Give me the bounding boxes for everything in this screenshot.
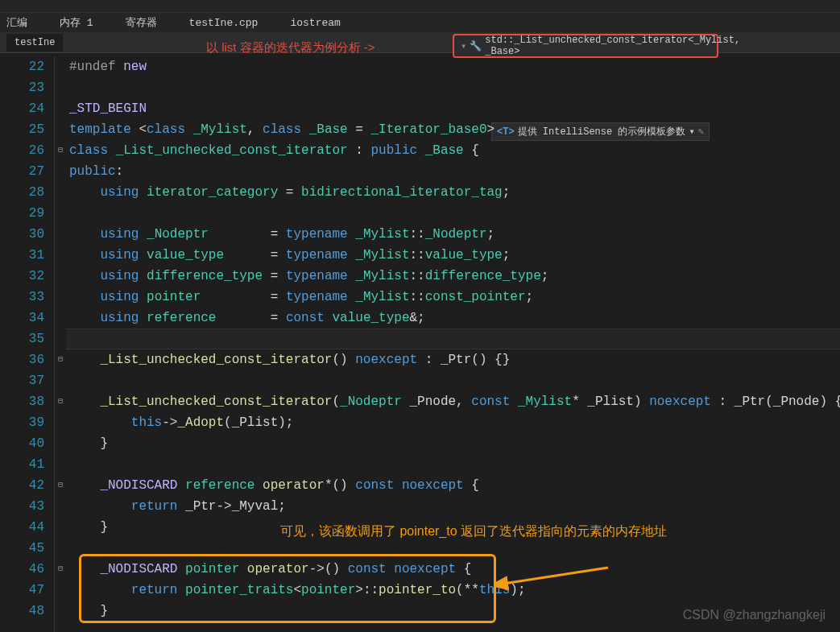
line-number: 35: [0, 328, 44, 349]
line-number: 45: [0, 538, 44, 559]
fold-toggle: [55, 119, 66, 140]
code-line[interactable]: return _Ptr->_Myval;: [69, 496, 840, 517]
line-number: 24: [0, 98, 44, 119]
line-number: 30: [0, 224, 44, 245]
watermark: CSDN @zhangzhangkeji: [683, 608, 826, 622]
fold-toggle: [55, 496, 66, 517]
fold-toggle: [55, 433, 66, 454]
fold-toggle[interactable]: ⊟: [55, 391, 66, 412]
code-line[interactable]: using iterator_category = bidirectional_…: [69, 182, 840, 203]
line-number-gutter: 2223242526272829303132333435363738394041…: [0, 56, 55, 632]
toolbar-item[interactable]: iostream: [290, 17, 340, 29]
fold-toggle: [55, 266, 66, 287]
code-line[interactable]: using difference_type = typename _Mylist…: [69, 266, 840, 287]
code-line[interactable]: [69, 328, 840, 349]
line-number: 34: [0, 308, 44, 328]
chevron-down-icon: ▾: [461, 40, 466, 52]
line-number: 33: [0, 287, 44, 308]
fold-toggle: [55, 56, 66, 77]
editor: 2223242526272829303132333435363738394041…: [0, 56, 840, 632]
line-number: 22: [0, 56, 44, 77]
line-number: 41: [0, 454, 44, 475]
toolbar-item[interactable]: 寄存器: [126, 15, 157, 30]
fold-toggle: [55, 245, 66, 266]
code-line[interactable]: public:: [69, 161, 840, 182]
highlight-box: [79, 554, 496, 623]
code-line[interactable]: using reference = const value_type&;: [69, 308, 840, 328]
line-number: 39: [0, 412, 44, 433]
toolbar-item[interactable]: 内存 1: [60, 15, 93, 30]
line-number: 29: [0, 203, 44, 224]
code-area[interactable]: #undef new_STD_BEGINtemplate <class _Myl…: [66, 56, 840, 632]
fold-toggle: [55, 161, 66, 182]
code-line[interactable]: using pointer = typename _Mylist::const_…: [69, 287, 840, 308]
line-number: 37: [0, 370, 44, 391]
line-number: 26: [0, 140, 44, 161]
code-line[interactable]: using _Nodeptr = typename _Mylist::_Node…: [69, 224, 840, 245]
breadcrumb-text: std::_List_unchecked_const_iterator<_Myl…: [485, 35, 740, 57]
wrench-icon: 🔧: [470, 40, 482, 52]
line-number: 32: [0, 266, 44, 287]
line-number: 38: [0, 391, 44, 412]
fold-toggle: [55, 98, 66, 119]
fold-toggle: [55, 601, 66, 622]
fold-toggle: [55, 412, 66, 433]
fold-toggle: [55, 454, 66, 475]
toolbar-item[interactable]: 汇编: [6, 15, 27, 30]
line-number: 28: [0, 182, 44, 203]
toolbar-item[interactable]: testIne.cpp: [189, 17, 259, 29]
code-line[interactable]: [69, 77, 840, 98]
code-line[interactable]: this->_Adopt(_Plist);: [69, 412, 840, 433]
toolbar: 汇编 内存 1 寄存器 testIne.cpp iostream: [0, 13, 840, 32]
code-line[interactable]: [69, 370, 840, 391]
line-number: 40: [0, 433, 44, 454]
fold-toggle: [55, 287, 66, 308]
annotation-red: 以 list 容器的迭代器为例分析 ->: [206, 40, 375, 56]
fold-toggle: [55, 203, 66, 224]
code-line[interactable]: [69, 203, 840, 224]
fold-toggle: [55, 182, 66, 203]
line-number: 47: [0, 580, 44, 601]
fold-toggle: [55, 224, 66, 245]
fold-toggle: [55, 328, 66, 349]
fold-toggle: [55, 517, 66, 538]
fold-toggle: [55, 580, 66, 601]
code-line[interactable]: using value_type = typename _Mylist::val…: [69, 245, 840, 266]
line-number: 48: [0, 601, 44, 622]
line-number: 25: [0, 119, 44, 140]
code-line[interactable]: }: [69, 433, 840, 454]
line-number: 42: [0, 475, 44, 496]
line-number: 43: [0, 496, 44, 517]
file-tab[interactable]: testIne: [6, 34, 63, 52]
line-number: 46: [0, 559, 44, 580]
annotation-orange: 可见，该函数调用了 pointer_to 返回了迭代器指向的元素的内存地址: [280, 523, 667, 540]
line-number: 31: [0, 245, 44, 266]
fold-toggle[interactable]: ⊟: [55, 140, 66, 161]
code-line[interactable]: template <class _Mylist, class _Base = _…: [69, 119, 840, 140]
code-line[interactable]: [69, 454, 840, 475]
breadcrumb-dropdown[interactable]: ▾ 🔧 std::_List_unchecked_const_iterator<…: [453, 34, 718, 58]
fold-toggle[interactable]: ⊟: [55, 349, 66, 370]
line-number: 36: [0, 349, 44, 370]
code-line[interactable]: _List_unchecked_const_iterator() noexcep…: [69, 349, 840, 370]
line-number: 44: [0, 517, 44, 538]
code-line[interactable]: _NODISCARD reference operator*() const n…: [69, 475, 840, 496]
title-bar-strip: [0, 0, 840, 13]
code-line[interactable]: _STD_BEGIN: [69, 98, 840, 119]
fold-toggle[interactable]: ⊟: [55, 475, 66, 496]
line-number: 23: [0, 77, 44, 98]
fold-toggle: [55, 370, 66, 391]
fold-toggle[interactable]: ⊟: [55, 559, 66, 580]
fold-toggle: [55, 538, 66, 559]
code-line[interactable]: class _List_unchecked_const_iterator : p…: [69, 140, 840, 161]
fold-column: ⊟⊟⊟⊟⊟: [55, 56, 66, 632]
line-number: 27: [0, 161, 44, 182]
code-line[interactable]: _List_unchecked_const_iterator(_Nodeptr …: [69, 391, 840, 412]
fold-toggle: [55, 308, 66, 328]
code-line[interactable]: #undef new: [69, 56, 840, 77]
fold-toggle: [55, 77, 66, 98]
